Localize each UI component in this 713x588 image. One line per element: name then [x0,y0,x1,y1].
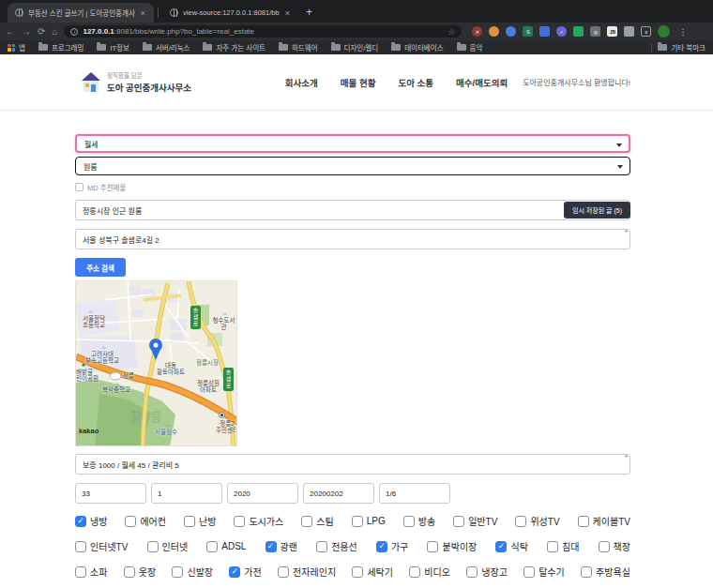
map-label-school: 서울정덕 초등학교 [77,315,111,329]
feature-checkbox[interactable]: 소파 [75,565,107,579]
feature-checkbox[interactable]: 탈수기 [523,565,565,579]
feature-checkbox[interactable]: 일반TV [453,514,497,528]
feature-checkbox[interactable]: 붙박이장 [427,539,477,553]
back-icon[interactable]: ← [6,27,15,37]
checkbox-box-icon [75,183,83,191]
extension-icon[interactable]: S [523,26,533,37]
feature-checkbox[interactable]: 주방욕실 [581,565,630,579]
other-bookmarks[interactable]: 기타 북마크 [658,42,705,53]
nav-item[interactable]: 도아 소통 [398,76,433,89]
tab-close-icon[interactable]: × [140,8,146,18]
address-search-button[interactable]: 주소 검색 [75,258,126,277]
feature-checkbox[interactable]: 스팀 [301,514,333,528]
bookmark-folder[interactable]: 데이터베이스 [391,42,443,53]
feature-checkbox[interactable]: 전용선 [316,539,357,553]
feature-checkbox[interactable]: ADSL [206,539,246,553]
forward-icon[interactable]: → [22,27,31,37]
feature-checkbox[interactable]: 인터넷TV [75,539,128,553]
bookmark-folder[interactable]: IT정보 [97,42,129,53]
address-input[interactable] [75,229,630,249]
tab-write-post[interactable]: 부동산 스킨 글쓰기 | 도아공인중개사 × [8,3,154,23]
feature-checkbox[interactable]: 가구 [376,539,408,553]
feature-checkbox[interactable]: 세탁기 [352,565,393,579]
bookmark-folder[interactable]: 하드웨어 [279,42,318,53]
globe-favicon-icon [15,8,23,17]
feature-checkbox[interactable]: 비디오 [409,565,450,579]
camera-extension-icon[interactable]: ◎ [590,26,600,37]
feature-checkbox[interactable]: 인터넷 [147,539,189,553]
checkbox-box-icon [547,541,558,552]
tab-view-source[interactable]: view-source:127.0.0.1:8081/bb × [162,3,298,23]
feature-label: 도시가스 [249,514,283,528]
tab-close-icon[interactable]: × [284,8,291,18]
feature-checkbox[interactable]: 광랜 [265,539,297,553]
detail-input[interactable] [151,483,222,504]
nav-item[interactable]: 매물 현황 [341,76,376,89]
feature-checkbox-grid: 냉방 에어컨 난방 도시가스 스 [75,514,630,588]
room-type-select[interactable]: 원룸 [75,157,630,175]
nav-item[interactable]: 매수/매도의뢰 [456,76,508,89]
detail-input[interactable] [379,483,450,504]
bookmark-folder[interactable]: 서버/리눅스 [143,42,190,53]
chevron-down-icon [617,165,623,169]
extensions-puzzle-icon[interactable] [624,26,634,37]
bookmark-apps[interactable]: 앱 [8,42,25,53]
feature-checkbox[interactable]: 가전 [229,565,261,579]
bookmark-folder[interactable]: 음악 [457,42,483,53]
feature-label: 인터넷TV [90,539,128,553]
feature-checkbox[interactable]: 냉방 [75,514,107,528]
deal-type-select[interactable]: 월세 [75,134,630,153]
md-recommend-checkbox[interactable]: MD 추천매물 [75,182,630,192]
extension-icon[interactable] [573,26,584,37]
detail-input[interactable] [75,483,146,504]
feature-checkbox[interactable]: 식탁 [495,539,527,553]
checkbox-box-icon [376,541,387,552]
site-logo[interactable]: 정직함을 담은 도아 공인중개사사무소 [81,70,191,94]
extension-icon[interactable] [539,26,550,37]
feature-checkbox[interactable]: 침대 [547,539,579,553]
bookmark-folder[interactable]: 자주 가는 사이트 [203,42,265,53]
price-input[interactable] [75,454,630,475]
bookmark-folder[interactable]: 프로그래밍 [38,42,84,53]
feature-row: 냉방 에어컨 난방 도시가스 스 [75,514,630,528]
profile-avatar[interactable] [658,25,670,38]
detail-input[interactable] [303,483,374,504]
feature-checkbox[interactable]: 에어컨 [125,514,166,528]
extension-icon[interactable]: ✕ [472,26,482,37]
logo-tagline: 정직함을 담은 [107,70,191,80]
bookmark-folder[interactable]: 디자인/웹디 [331,42,379,53]
extension-icon[interactable] [506,26,516,37]
extension-icon[interactable] [489,26,499,37]
home-icon[interactable]: ⌂ [52,27,57,37]
jb-extension-icon[interactable]: JB [607,26,617,37]
reading-list-icon[interactable]: ≡ [641,26,651,37]
feature-label: 케이블TV [593,514,630,528]
feature-checkbox[interactable]: 방송 [403,514,435,528]
feature-checkbox[interactable]: 옷장 [124,565,156,579]
reload-icon[interactable]: ⟳ [38,27,45,37]
house-logo-icon [81,72,101,93]
extension-icon[interactable]: ✓ [556,26,567,37]
feature-checkbox[interactable]: 난방 [184,514,216,528]
feature-checkbox[interactable]: 도시가스 [234,514,283,528]
school-poi-icon: ⌂ [89,309,93,314]
feature-checkbox[interactable]: 책장 [599,539,630,553]
site-info-icon[interactable]: i [70,28,78,36]
kakao-map[interactable]: ⌂ 서울정덕 초등학교 ⌂ 청수도서관 ⌂ 고려사대 부속고등학교 ♣ 배밭골 … [75,280,237,446]
checkbox-box-icon [234,516,245,527]
saved-drafts-button[interactable]: 임시 저장된 글 (5) [564,202,630,219]
title-input[interactable] [75,200,630,220]
feature-checkbox[interactable]: 위성TV [515,514,559,528]
feature-checkbox[interactable]: LPG [352,514,386,528]
feature-checkbox[interactable]: 신발장 [172,565,213,579]
feature-checkbox[interactable]: 냉장고 [466,565,508,579]
nav-item[interactable]: 회사소개 [285,76,318,89]
feature-checkbox[interactable]: 케이블TV [578,514,630,528]
folder-icon [203,44,212,51]
browser-menu-icon[interactable]: ⋮ [678,27,687,37]
new-tab-button[interactable]: + [306,6,312,19]
bookmark-star-icon[interactable]: ☆ [448,27,455,37]
feature-checkbox[interactable]: 전자레인지 [278,565,336,579]
address-bar[interactable]: i 127.0.0.1:8081/bbs/write.php?bo_table=… [64,25,462,38]
detail-input[interactable] [227,483,298,504]
